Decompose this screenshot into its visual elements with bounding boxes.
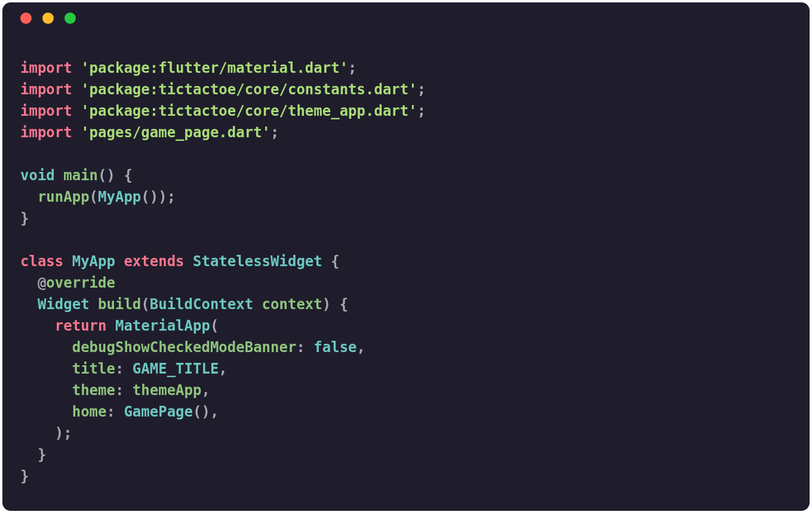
code-block[interactable]: import 'package:flutter/material.dart'; … xyxy=(2,33,810,505)
code-token: } xyxy=(20,210,29,227)
code-token xyxy=(72,81,81,98)
code-token: : xyxy=(115,382,133,399)
code-token: false xyxy=(313,339,356,356)
code-token: build xyxy=(98,296,141,313)
code-token xyxy=(107,317,115,334)
code-token: } xyxy=(20,468,29,485)
code-token: } xyxy=(20,446,46,463)
code-token: context xyxy=(262,296,322,313)
code-token xyxy=(72,103,81,119)
code-token: home xyxy=(72,403,107,420)
code-token: (), xyxy=(193,403,219,420)
code-token: title xyxy=(72,360,115,377)
code-token: theme xyxy=(72,382,115,399)
code-token xyxy=(72,60,81,76)
code-token: : xyxy=(296,339,313,356)
code-token: debugShowCheckedModeBanner xyxy=(72,339,297,356)
code-token: 'package:tictactoe/core/theme_app.dart' xyxy=(81,103,417,119)
code-token: return xyxy=(55,317,107,334)
code-token: main xyxy=(63,167,98,184)
code-token: MyApp xyxy=(98,189,141,205)
code-token: : xyxy=(115,360,133,377)
code-token: Widget xyxy=(38,296,90,313)
code-token: BuildContext xyxy=(150,296,253,313)
zoom-icon[interactable] xyxy=(64,13,76,24)
code-token: ()); xyxy=(141,189,176,205)
code-token: override xyxy=(46,275,115,291)
code-token: () { xyxy=(98,167,133,184)
code-token: @ xyxy=(20,275,46,291)
code-token: ( xyxy=(210,317,219,334)
code-token: MyApp xyxy=(72,253,115,270)
code-token: ) { xyxy=(322,296,348,313)
code-token: GAME_TITLE xyxy=(133,360,219,377)
code-token: ; xyxy=(417,103,426,119)
code-token: : xyxy=(107,403,124,420)
code-token xyxy=(55,167,63,184)
code-token: ); xyxy=(20,425,72,442)
code-token: import xyxy=(20,103,72,119)
code-token: ( xyxy=(141,296,149,313)
code-token: , xyxy=(357,339,365,356)
code-token xyxy=(115,253,124,270)
code-token: extends xyxy=(124,253,184,270)
code-token: 'package:flutter/material.dart' xyxy=(81,60,348,76)
close-icon[interactable] xyxy=(20,13,32,24)
code-token: , xyxy=(201,382,210,399)
code-token xyxy=(90,296,98,313)
editor-window: import 'package:flutter/material.dart'; … xyxy=(2,2,810,511)
code-token: ; xyxy=(348,60,356,76)
code-token: themeApp xyxy=(133,382,202,399)
code-token: MaterialApp xyxy=(115,317,210,334)
code-token: ; xyxy=(417,81,426,98)
code-token: ; xyxy=(270,124,279,141)
code-token xyxy=(20,382,72,399)
code-token xyxy=(20,339,72,356)
code-token xyxy=(20,360,72,377)
code-token: , xyxy=(219,360,227,377)
code-token xyxy=(253,296,262,313)
code-token: 'pages/game_page.dart' xyxy=(81,124,270,141)
code-token: void xyxy=(20,167,55,184)
code-token xyxy=(20,403,72,420)
code-token: 'package:tictactoe/core/constants.dart' xyxy=(81,81,417,98)
code-token xyxy=(20,317,55,334)
code-token xyxy=(72,124,81,141)
code-token: import xyxy=(20,60,72,76)
code-token: StatelessWidget xyxy=(193,253,322,270)
code-token: runApp xyxy=(38,189,90,205)
code-token xyxy=(20,189,38,205)
code-token xyxy=(20,296,38,313)
code-token xyxy=(63,253,72,270)
code-token: ( xyxy=(90,189,98,205)
code-token xyxy=(184,253,193,270)
window-titlebar xyxy=(2,2,810,33)
code-token: GamePage xyxy=(124,403,193,420)
code-token: import xyxy=(20,81,72,98)
code-token: { xyxy=(322,253,340,270)
minimize-icon[interactable] xyxy=(42,13,54,24)
code-token: class xyxy=(20,253,63,270)
code-token: import xyxy=(20,124,72,141)
